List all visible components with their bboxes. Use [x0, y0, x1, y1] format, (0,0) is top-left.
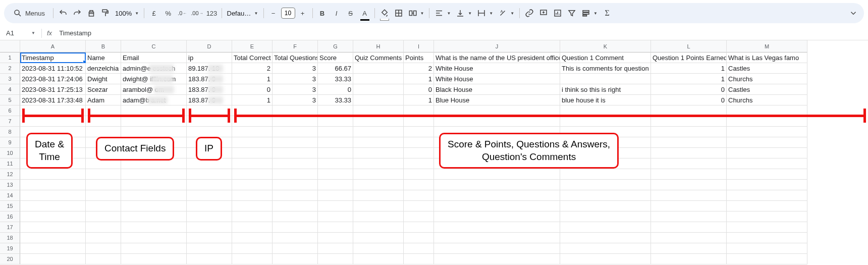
- cell-J7[interactable]: [434, 116, 560, 127]
- cell-M19[interactable]: [727, 243, 807, 254]
- cell-M14[interactable]: [727, 190, 807, 201]
- cell-I6[interactable]: [404, 105, 434, 116]
- cell-E20[interactable]: [232, 254, 273, 264]
- cell-F4[interactable]: 3: [273, 84, 318, 95]
- cell-M9[interactable]: [727, 137, 807, 148]
- cell-L5[interactable]: 0: [651, 95, 727, 105]
- cell-B5[interactable]: Adam: [86, 95, 121, 105]
- column-header-M[interactable]: M: [727, 40, 807, 52]
- row-header-13[interactable]: 13: [0, 180, 20, 190]
- cell-E5[interactable]: 1: [232, 95, 273, 105]
- cell-H3[interactable]: [353, 74, 404, 84]
- cell-C10[interactable]: [121, 148, 187, 158]
- cell-L18[interactable]: [651, 233, 727, 243]
- cell-G18[interactable]: [318, 233, 353, 243]
- cell-M1[interactable]: What is Las Vegas famo: [727, 52, 807, 63]
- cell-H12[interactable]: [353, 169, 404, 180]
- cell-E14[interactable]: [232, 190, 273, 201]
- cell-L15[interactable]: [651, 201, 727, 211]
- cell-H13[interactable]: [353, 180, 404, 190]
- cell-A19[interactable]: [20, 243, 86, 254]
- cell-J13[interactable]: [434, 180, 560, 190]
- cell-M17[interactable]: [727, 222, 807, 233]
- cell-F3[interactable]: 3: [273, 74, 318, 84]
- cell-D3[interactable]: 183.87. 9: [187, 74, 232, 84]
- cell-I17[interactable]: [404, 222, 434, 233]
- row-header-10[interactable]: 10: [0, 148, 20, 158]
- cell-F18[interactable]: [273, 233, 318, 243]
- cell-J4[interactable]: Black House: [434, 84, 560, 95]
- cell-M10[interactable]: [727, 148, 807, 158]
- cell-C12[interactable]: [121, 169, 187, 180]
- cell-H4[interactable]: [353, 84, 404, 95]
- cell-J18[interactable]: [434, 233, 560, 243]
- cell-G2[interactable]: 66.67: [318, 63, 353, 74]
- row-header-7[interactable]: 7: [0, 116, 20, 127]
- cell-D8[interactable]: [187, 127, 232, 137]
- cell-K11[interactable]: [560, 158, 651, 169]
- cell-L6[interactable]: [651, 105, 727, 116]
- cell-A6[interactable]: [20, 105, 86, 116]
- cell-A12[interactable]: [20, 169, 86, 180]
- cell-K7[interactable]: [560, 116, 651, 127]
- cell-E10[interactable]: [232, 148, 273, 158]
- cell-A18[interactable]: [20, 233, 86, 243]
- cell-H2[interactable]: [353, 63, 404, 74]
- cell-K15[interactable]: [560, 201, 651, 211]
- cell-B12[interactable]: [86, 169, 121, 180]
- cell-G12[interactable]: [318, 169, 353, 180]
- row-header-11[interactable]: 11: [0, 158, 20, 169]
- cell-A2[interactable]: 2023-08-31 11:10:52: [20, 63, 86, 74]
- cell-H10[interactable]: [353, 148, 404, 158]
- cell-B10[interactable]: [86, 148, 121, 158]
- cell-D14[interactable]: [187, 190, 232, 201]
- text-wrap-button[interactable]: ▼: [475, 7, 495, 20]
- cell-L19[interactable]: [651, 243, 727, 254]
- cell-I5[interactable]: 1: [404, 95, 434, 105]
- cell-L14[interactable]: [651, 190, 727, 201]
- cell-C19[interactable]: [121, 243, 187, 254]
- insert-chart-button[interactable]: [551, 7, 564, 20]
- cell-I15[interactable]: [404, 201, 434, 211]
- cell-M20[interactable]: [727, 254, 807, 264]
- cell-K4[interactable]: i think so this is right: [560, 84, 651, 95]
- cell-I10[interactable]: [404, 148, 434, 158]
- cell-F13[interactable]: [273, 180, 318, 190]
- cell-J16[interactable]: [434, 211, 560, 222]
- strikethrough-button[interactable]: S: [344, 7, 357, 20]
- cell-K19[interactable]: [560, 243, 651, 254]
- cell-B20[interactable]: [86, 254, 121, 264]
- cell-E19[interactable]: [232, 243, 273, 254]
- cell-D19[interactable]: [187, 243, 232, 254]
- cell-G11[interactable]: [318, 158, 353, 169]
- cell-K2[interactable]: This is comments for question 1: [560, 63, 651, 74]
- cell-D2[interactable]: 89.187. 18: [187, 63, 232, 74]
- row-header-20[interactable]: 20: [0, 254, 20, 264]
- cell-L16[interactable]: [651, 211, 727, 222]
- cell-K3[interactable]: [560, 74, 651, 84]
- column-header-K[interactable]: K: [560, 40, 651, 52]
- select-all-corner[interactable]: [0, 40, 20, 52]
- cell-E18[interactable]: [232, 233, 273, 243]
- cell-H5[interactable]: [353, 95, 404, 105]
- insert-comment-button[interactable]: [537, 7, 550, 20]
- cell-K6[interactable]: [560, 105, 651, 116]
- filter-button[interactable]: [565, 7, 578, 20]
- bold-button[interactable]: B: [316, 7, 329, 20]
- cell-M6[interactable]: [727, 105, 807, 116]
- cell-M15[interactable]: [727, 201, 807, 211]
- cell-L2[interactable]: 1: [651, 63, 727, 74]
- column-header-A[interactable]: A: [20, 40, 86, 52]
- cell-B9[interactable]: [86, 137, 121, 148]
- cell-G15[interactable]: [318, 201, 353, 211]
- cell-E15[interactable]: [232, 201, 273, 211]
- cell-I19[interactable]: [404, 243, 434, 254]
- cell-I11[interactable]: [404, 158, 434, 169]
- column-header-G[interactable]: G: [318, 40, 353, 52]
- cell-J10[interactable]: [434, 148, 560, 158]
- more-formats-button[interactable]: 123: [205, 7, 219, 20]
- row-header-15[interactable]: 15: [0, 201, 20, 211]
- cell-F16[interactable]: [273, 211, 318, 222]
- cell-G6[interactable]: [318, 105, 353, 116]
- cell-J19[interactable]: [434, 243, 560, 254]
